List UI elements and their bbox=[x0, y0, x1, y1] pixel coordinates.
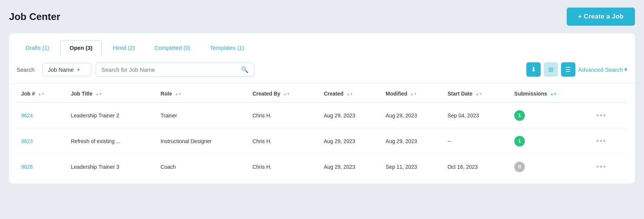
sort-arrows-job-num: ▲▼ bbox=[38, 93, 44, 96]
search-icon: 🔍 bbox=[241, 66, 248, 73]
cell-start-date: Oct 16, 2023 bbox=[443, 154, 510, 180]
submissions-badge: 1 bbox=[514, 136, 525, 147]
chevron-down-icon: ▾ bbox=[77, 67, 80, 72]
cell-more: ••• bbox=[589, 154, 627, 180]
tab-open[interactable]: Open (3) bbox=[60, 40, 103, 56]
table-row: 9623 Refresh of existing ... Instruction… bbox=[17, 128, 627, 154]
cell-submissions: 1 bbox=[510, 128, 589, 154]
table-row: 9626 Leadership Trainer 3 Coach Chris H.… bbox=[17, 154, 627, 180]
cell-modified: Sep 11, 2023 bbox=[381, 154, 443, 180]
cell-role: Coach bbox=[156, 154, 248, 180]
cell-submissions: 1 bbox=[510, 102, 589, 128]
tab-completed[interactable]: Completed (0) bbox=[146, 41, 199, 55]
tabs-row: Drafts (1) Open (3) Hired (2) Completed … bbox=[9, 33, 635, 56]
col-role[interactable]: Role ▲▼ bbox=[156, 84, 248, 102]
search-dropdown[interactable]: Job Name ▾ bbox=[42, 63, 91, 76]
jobs-table: Job # ▲▼ Job Title ▲▼ Role ▲▼ Created By… bbox=[17, 84, 627, 180]
job-num-link[interactable]: 9623 bbox=[21, 138, 33, 144]
sort-arrows-job-title: ▲▼ bbox=[95, 93, 102, 96]
cell-created-by: Chris H. bbox=[248, 102, 319, 128]
col-job-num[interactable]: Job # ▲▼ bbox=[17, 84, 66, 102]
list-icon: ☰ bbox=[565, 66, 571, 74]
sort-arrows-role: ▲▼ bbox=[175, 93, 182, 96]
search-input-wrap: 🔍 bbox=[96, 63, 254, 77]
tab-drafts[interactable]: Drafts (1) bbox=[17, 41, 58, 55]
more-options-button[interactable]: ••• bbox=[593, 161, 609, 173]
search-input[interactable] bbox=[101, 66, 238, 73]
sort-arrows-created-by: ▲▼ bbox=[283, 93, 290, 96]
cell-job-title: Refresh of existing ... bbox=[66, 128, 156, 154]
jobs-table-container: Job # ▲▼ Job Title ▲▼ Role ▲▼ Created By… bbox=[9, 84, 635, 184]
cell-role: Instructional Designer bbox=[156, 128, 248, 154]
table-body: 9624 Leadership Trainer 2 Trainer Chris … bbox=[17, 102, 627, 180]
grid-view-button[interactable]: ⊞ bbox=[544, 62, 558, 77]
sort-arrows-created: ▲▼ bbox=[347, 93, 353, 96]
cell-job-title: Leadership Trainer 3 bbox=[66, 154, 156, 180]
list-view-button[interactable]: ☰ bbox=[561, 62, 575, 77]
col-actions bbox=[589, 84, 627, 102]
cell-start-date: -- bbox=[443, 128, 510, 154]
cell-created: Aug 29, 2023 bbox=[319, 102, 381, 128]
search-label: Search bbox=[17, 66, 38, 73]
cell-job-num: 9623 bbox=[17, 128, 66, 154]
cell-more: ••• bbox=[589, 128, 627, 154]
search-actions: ⬇ ⊞ ☰ Advanced Search ▾ bbox=[526, 62, 627, 77]
cell-submissions: 0 bbox=[510, 154, 589, 180]
tab-templates[interactable]: Templates (1) bbox=[201, 41, 253, 55]
cell-role: Trainer bbox=[156, 102, 248, 128]
submissions-badge: 0 bbox=[514, 162, 525, 172]
col-submissions[interactable]: Submissions ▲▼ bbox=[510, 84, 589, 102]
cell-created-by: Chris H. bbox=[248, 128, 319, 154]
submissions-badge: 1 bbox=[514, 110, 525, 121]
tab-hired[interactable]: Hired (2) bbox=[104, 41, 144, 55]
more-options-button[interactable]: ••• bbox=[593, 135, 609, 147]
advanced-search-label: Advanced Search bbox=[578, 66, 623, 73]
cell-modified: Aug 29, 2023 bbox=[381, 128, 443, 154]
cell-job-num: 9626 bbox=[17, 154, 66, 180]
cell-job-title: Leadership Trainer 2 bbox=[66, 102, 156, 128]
col-created-by[interactable]: Created By ▲▼ bbox=[248, 84, 319, 102]
sort-arrows-submissions: ▲▼ bbox=[550, 93, 557, 96]
more-options-button[interactable]: ••• bbox=[593, 110, 609, 121]
col-start-date[interactable]: Start Date ▲▼ bbox=[443, 84, 510, 102]
cell-created: Aug 29, 2023 bbox=[319, 154, 381, 180]
create-job-button[interactable]: + Create a Job bbox=[567, 8, 635, 26]
sort-arrows-start-date: ▲▼ bbox=[475, 93, 482, 96]
col-created[interactable]: Created ▲▼ bbox=[319, 84, 381, 102]
download-icon: ⬇ bbox=[531, 66, 536, 74]
dropdown-value: Job Name bbox=[48, 66, 74, 73]
search-row: Search Job Name ▾ 🔍 ⬇ ⊞ ☰ Advanced Searc… bbox=[9, 56, 635, 84]
download-button[interactable]: ⬇ bbox=[526, 62, 541, 77]
col-modified[interactable]: Modified ▲▼ bbox=[381, 84, 443, 102]
job-num-link[interactable]: 9626 bbox=[21, 164, 33, 170]
cell-modified: Aug 29, 2023 bbox=[381, 102, 443, 128]
col-job-title[interactable]: Job Title ▲▼ bbox=[66, 84, 156, 102]
sort-arrows-modified: ▲▼ bbox=[410, 93, 417, 96]
cell-start-date: Sep 04, 2023 bbox=[443, 102, 510, 128]
cell-created-by: Chris H. bbox=[248, 154, 319, 180]
cell-created: Aug 29, 2023 bbox=[319, 128, 381, 154]
advanced-search-chevron-icon: ▾ bbox=[624, 66, 627, 73]
cell-more: ••• bbox=[589, 102, 627, 128]
page-title: Job Center bbox=[9, 11, 60, 23]
table-header-row: Job # ▲▼ Job Title ▲▼ Role ▲▼ Created By… bbox=[17, 84, 627, 102]
table-row: 9624 Leadership Trainer 2 Trainer Chris … bbox=[17, 102, 627, 128]
cell-job-num: 9624 bbox=[17, 102, 66, 128]
advanced-search-link[interactable]: Advanced Search ▾ bbox=[578, 66, 627, 73]
grid-icon: ⊞ bbox=[548, 66, 554, 74]
job-num-link[interactable]: 9624 bbox=[21, 113, 33, 119]
